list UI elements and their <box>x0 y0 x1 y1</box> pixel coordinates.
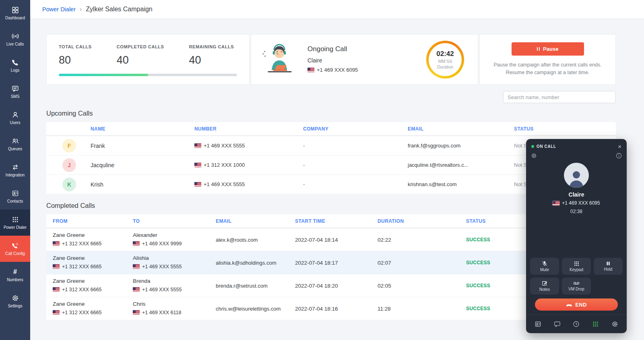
end-call-handset-icon <box>566 302 572 307</box>
sidebar-item-live-calls[interactable]: Live Calls <box>0 26 30 52</box>
column-header-company: COMPANY <box>303 126 408 132</box>
dialpad-icon[interactable] <box>592 321 599 328</box>
on-call-status-dot <box>531 145 534 148</box>
sidebar-item-contacts[interactable]: Contacts <box>0 183 30 209</box>
campaign-progress-bar <box>59 74 237 76</box>
breadcrumb-parent-link[interactable]: Power Dialer <box>42 6 76 12</box>
notes-button[interactable]: Notes <box>530 278 559 294</box>
caller-name: Claire <box>526 191 627 198</box>
call-start-time: 2022-07-04 18:14 <box>295 237 378 243</box>
call-duration-ring: 02:42 MM:SS Duration <box>426 41 464 79</box>
on-call-widget: ON CALL × Claire +1 469 XXX 6095 02:38 M… <box>526 139 627 333</box>
pause-icon <box>537 47 540 51</box>
mic-off-icon <box>542 261 547 266</box>
sidebar-item-queues[interactable]: Queues <box>0 131 30 157</box>
vm-drop-button[interactable]: VM Drop <box>562 278 591 294</box>
us-flag-icon <box>194 163 201 167</box>
contact-company: - <box>303 181 408 187</box>
close-icon[interactable]: × <box>618 143 621 149</box>
search-input[interactable] <box>503 91 616 103</box>
contact-company: - <box>303 143 408 149</box>
info-icon[interactable] <box>616 153 622 159</box>
avatar: K <box>62 178 76 191</box>
from-name: Zane Greene <box>53 278 133 284</box>
call-email: alex.k@roots.com <box>216 237 295 243</box>
ongoing-call-card: Ongoing Call Claire +1 469 XXX 6095 02:4… <box>251 34 478 85</box>
top-bar: Power Dialer › Zylker Sales Campaign <box>30 0 644 19</box>
sidebar-item-label: Users <box>10 120 20 125</box>
sidebar-item-label: Integration <box>6 173 25 177</box>
us-flag-icon <box>53 310 60 315</box>
keypad-label: Keypad <box>570 267 583 272</box>
us-flag-icon <box>194 182 201 187</box>
sidebar-item-dashboard[interactable]: Dashboard <box>0 0 30 26</box>
to-number: +1 469 XXX 6118 <box>142 310 181 315</box>
from-name: Zane Greene <box>53 255 133 261</box>
column-header-start-time: START TIME <box>295 218 378 224</box>
from-name: Zane Greene <box>53 301 133 307</box>
sidebar-item-label: Numbers <box>7 278 23 282</box>
us-flag-icon <box>53 287 60 292</box>
avatar: F <box>62 139 76 153</box>
chat-icon[interactable] <box>554 321 561 328</box>
call-duration: 02:07 <box>378 260 466 266</box>
column-header-email: EMAIL <box>216 218 295 224</box>
stat-label: COMPLETED CALLS <box>117 44 164 49</box>
widget-settings-gear-icon[interactable] <box>611 321 618 328</box>
caller-avatar <box>564 163 589 188</box>
to-name: Alexander <box>133 232 216 238</box>
on-call-status-label: ON CALL <box>537 144 556 149</box>
stat-value: 80 <box>59 54 92 66</box>
hold-label: Hold <box>604 267 613 272</box>
sidebar-item-power-dialer[interactable]: Power Dialer <box>0 209 30 236</box>
sidebar-item-label: Dashboard <box>5 16 25 20</box>
column-header-to: TO <box>133 218 216 224</box>
progress-fill <box>59 74 148 76</box>
keypad-button[interactable]: Keypad <box>562 258 591 275</box>
stat-remaining-calls: REMAINING CALLS 40 <box>189 44 234 66</box>
mute-button[interactable]: Mute <box>530 258 559 275</box>
widget-gear-icon[interactable] <box>531 153 537 159</box>
vm-drop-label: VM Drop <box>568 287 584 291</box>
column-header-duration: DURATION <box>378 218 466 224</box>
pause-campaign-button[interactable]: Pause <box>512 42 584 56</box>
sidebar-item-numbers[interactable]: # Numbers <box>0 262 30 288</box>
upcoming-calls-title: Upcoming Calls <box>46 110 616 117</box>
contact-card-icon[interactable] <box>535 321 541 328</box>
sidebar-item-integration[interactable]: Integration <box>0 157 30 183</box>
call-history-icon[interactable] <box>573 321 580 328</box>
stat-label: TOTAL CALLS <box>59 44 92 49</box>
to-number: +1 469 XXX 5555 <box>142 287 182 292</box>
contact-number: +1 469 XXX 5555 <box>204 181 245 187</box>
contact-email: krishnan.s@test.com <box>408 181 514 187</box>
call-duration: 02:22 <box>378 237 466 243</box>
pause-description-line1: Pause the campaign after the current cal… <box>493 61 601 69</box>
from-number: +1 312 XXX 6665 <box>62 264 101 270</box>
call-duration: 11:28 <box>378 306 466 312</box>
widget-bottom-toolbar <box>526 315 627 333</box>
us-flag-icon <box>194 143 201 148</box>
call-email: chris.w@leisurelettings.com <box>216 306 295 312</box>
pause-description-line2: Resume the campaign at a later time. <box>493 69 601 77</box>
sidebar-item-logs[interactable]: Logs <box>0 52 30 79</box>
sms-bubble-icon <box>12 85 19 92</box>
column-header-from: FROM <box>46 218 133 224</box>
integration-arrows-icon <box>12 164 19 171</box>
widget-call-timer: 02:38 <box>526 209 627 214</box>
dashboard-grid-icon <box>12 6 19 14</box>
sidebar-item-users[interactable]: Users <box>0 105 30 131</box>
sidebar-item-call-config[interactable]: Call Config <box>0 236 30 262</box>
end-call-button[interactable]: END <box>535 299 618 311</box>
hold-button[interactable]: Hold <box>594 258 623 275</box>
sidebar-item-settings[interactable]: Settings <box>0 288 30 314</box>
contact-email: jacquline.t@rtsrealtors.c... <box>408 162 514 168</box>
upcoming-table-header: NAME NUMBER COMPANY EMAIL STATUS <box>46 122 616 136</box>
sidebar-item-sms[interactable]: SMS <box>0 79 30 105</box>
caller-number: +1 469 XXX 6095 <box>562 200 600 206</box>
to-name: Brenda <box>133 278 216 284</box>
us-flag-icon <box>53 241 60 246</box>
from-number: +1 312 XXX 6665 <box>62 241 101 247</box>
contact-name: Krish <box>91 181 103 188</box>
us-flag-icon <box>308 68 314 72</box>
stat-label: REMAINING CALLS <box>189 44 234 49</box>
